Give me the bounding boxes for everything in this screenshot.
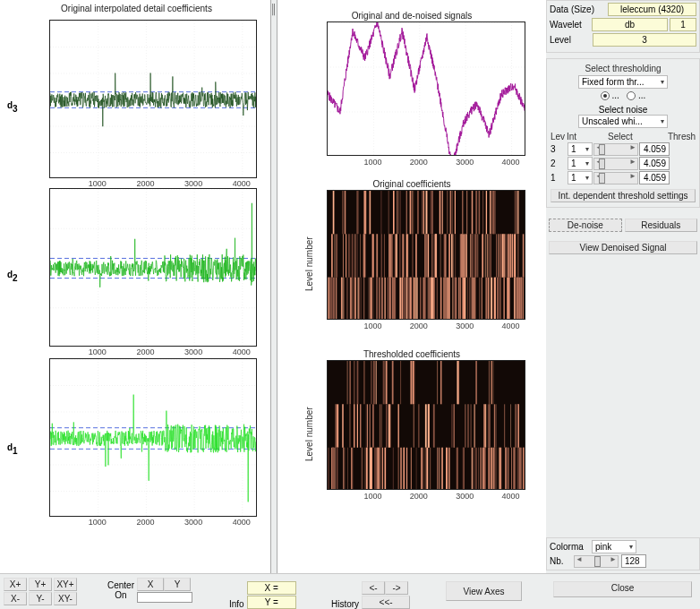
d3-axes: -60-40-200204060 [49,20,257,178]
info-label: Info [229,599,244,609]
nb-label: Nb. [550,556,571,566]
row-lev: 3 [551,144,567,154]
int-dependent-button[interactable]: Int. dependent threshold settings [551,189,696,202]
residuals-button[interactable]: Residuals [625,219,698,232]
thresholding-title: Select thresholding [551,64,696,73]
thresh-slider-1[interactable] [593,172,638,184]
d2-label: d2 [7,266,18,283]
history-back[interactable]: <- [362,581,385,595]
d1-label: d1 [7,439,18,456]
wavelet-family[interactable]: db [592,18,668,31]
level-value[interactable]: 3 [593,33,696,47]
controls-panel: Data (Size) leleccum (4320) Wavelet db 1… [546,0,700,573]
zoom-x-plus[interactable]: X+ [4,578,27,591]
zoom-y-minus[interactable]: Y- [29,592,52,605]
history-rewind[interactable]: <<- [362,596,410,609]
d1-axes: -30-20-100102030 [49,358,257,517]
column-divider[interactable]: ║ [270,0,277,573]
bottom-toolbar: X+ Y+ XY+ X- Y- XY- Center On XY Info X … [0,573,700,609]
view-axes-button[interactable]: View Axes [446,581,522,601]
on-label: On [107,590,134,600]
origcoef-title: Original coefficients [277,179,546,189]
nb-value[interactable]: 128 [621,554,646,568]
chevron-down-icon: ▾ [661,117,664,125]
detail-coeff-panel: Original interpolated detail coefficient… [0,0,273,573]
data-value: leleccum (4320) [608,3,696,16]
d2-axes: -40-2002040 [49,188,257,347]
threshold-select[interactable]: Fixed form thr...▾ [578,75,668,89]
close-button[interactable]: Close [553,581,692,597]
thresh-value-1[interactable]: 4.059 [639,171,670,184]
thrcoef-title: Thresholded coefficients [277,349,546,359]
thrcoef-axes: 123 [327,360,525,490]
int-select-1[interactable]: 1▾ [568,171,593,184]
history-fwd[interactable]: -> [385,581,408,595]
center-y[interactable]: Y [164,578,191,591]
denoise-button[interactable]: De-noise [549,219,622,232]
hdr-int: Int [567,132,593,142]
signals-axes: 200300400500 [327,21,525,156]
signals-title: Original and de-noised signals [277,11,546,21]
center-field[interactable] [137,592,192,603]
noise-select[interactable]: Unscaled whi...▾ [578,115,668,128]
hdr-select: Select [593,132,647,142]
row-lev: 1 [551,173,567,183]
thresh-slider-2[interactable] [593,158,638,170]
zoom-xy-plus[interactable]: XY+ [54,578,77,591]
noise-title: Select noise [551,105,696,115]
nb-slider[interactable] [574,555,619,568]
thresh-slider-3[interactable] [593,143,638,156]
left-main-title: Original interpolated detail coefficient… [0,4,273,13]
hdr-thresh: Thresh [647,132,696,142]
signals-panel: Original and de-noised signals 200300400… [277,0,546,573]
data-label: Data (Size) [550,4,605,14]
int-select-3[interactable]: 1▾ [568,142,593,156]
info-x[interactable]: X = [247,581,296,595]
row-lev: 2 [551,159,567,168]
center-label: Center [107,580,134,590]
colormap-select[interactable]: pink▾ [592,540,636,553]
wavelet-order[interactable]: 1 [670,18,696,31]
colormap-label: Colorma [550,542,589,552]
thresh-value-2[interactable]: 4.059 [639,157,670,170]
zoom-y-plus[interactable]: Y+ [29,578,52,591]
center-x[interactable]: X [137,578,164,591]
thrcoef-ylabel: Level number [304,407,314,461]
hdr-lev: Lev [551,132,567,142]
origcoef-axes: 123 [327,190,525,320]
view-denoised-button[interactable]: View Denoised Signal [549,241,697,254]
radio-2[interactable] [627,91,636,100]
chevron-down-icon: ▾ [629,543,633,551]
chevron-down-icon: ▾ [661,78,664,86]
zoom-x-minus[interactable]: X- [4,592,27,605]
level-label: Level [550,35,590,45]
wavelet-label: Wavelet [550,20,590,30]
zoom-xy-minus[interactable]: XY- [54,592,77,605]
info-y[interactable]: Y = [247,596,296,609]
radio-1[interactable] [601,91,610,100]
history-label: History [331,599,359,609]
origcoef-ylabel: Level number [304,236,314,291]
d3-label: d3 [7,97,18,114]
thresh-value-3[interactable]: 4.059 [639,142,670,156]
int-select-2[interactable]: 1▾ [568,157,593,170]
